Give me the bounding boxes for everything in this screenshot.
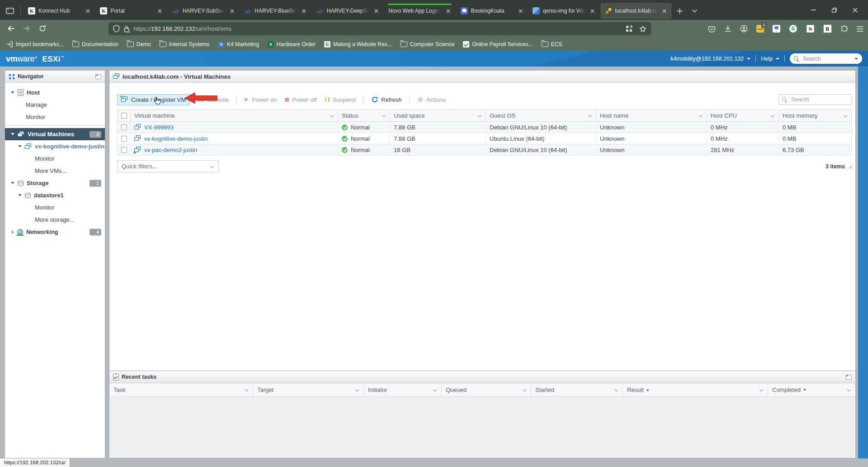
header-search-box[interactable] [790, 53, 862, 64]
tree-item-storage[interactable]: Storage 1 [5, 177, 105, 189]
tab-close-icon[interactable] [228, 7, 236, 15]
column-menu-icon[interactable] [847, 388, 851, 392]
vm-name-link[interactable]: vx-kognitive-demo-justin [144, 135, 208, 142]
tab-close-icon[interactable] [660, 7, 669, 15]
browser-tab-bookingkoala[interactable]: BookingKoala [457, 3, 527, 19]
refresh-button[interactable]: Refresh [372, 96, 402, 103]
expanded-arrow-icon[interactable] [11, 182, 14, 184]
expanded-arrow-icon[interactable] [18, 194, 22, 196]
user-menu[interactable]: k4mobility@192.168.202.132 [670, 56, 750, 62]
column-menu-icon[interactable] [330, 114, 334, 118]
collapsed-arrow-icon[interactable] [12, 230, 14, 234]
collapse-panel-icon[interactable] [846, 375, 852, 380]
vm-name-link[interactable]: vx-pac-demo2-justin [144, 147, 197, 153]
page-right-scroll-strip[interactable] [858, 67, 868, 458]
tab-close-icon[interactable] [156, 7, 164, 15]
vm-row-vx-999993[interactable]: VX-999993 Normal 7.88 GB Debian GNU/Linu… [117, 122, 852, 133]
tab-close-icon[interactable] [516, 7, 524, 15]
column-menu-icon[interactable] [245, 388, 249, 392]
column-menu-icon[interactable] [614, 388, 618, 392]
bookmark-import[interactable]: Import bookmarks... [6, 41, 64, 48]
vm-name-link[interactable]: VX-999993 [144, 124, 174, 131]
column-menu-icon[interactable] [382, 114, 386, 118]
tasks-column-initiator[interactable]: Initiator [364, 383, 442, 396]
expanded-arrow-icon[interactable] [11, 133, 14, 135]
extensions-puzzle-icon[interactable] [840, 25, 848, 33]
close-window-button[interactable] [844, 0, 865, 20]
tasks-column-task[interactable]: Task [109, 383, 253, 396]
column-menu-icon[interactable] [355, 388, 359, 392]
browser-tab-portal[interactable]: K Portal [96, 3, 166, 19]
bookmark-star-icon[interactable] [639, 25, 646, 33]
browser-tab-harvey-bluesea[interactable]: HARVEY-BlueSea-ES12 [240, 3, 311, 19]
bookmark-ecs[interactable]: ECS [542, 41, 562, 48]
tree-item-virtual-machines-selected[interactable]: Virtual Machines 3 [5, 128, 105, 140]
tree-item-vx-kognitive[interactable]: vx-kognitive-demo-justin [5, 140, 105, 152]
reload-button[interactable] [36, 22, 49, 35]
bookmark-k4-marketing[interactable]: SK4 Marketing [218, 41, 259, 48]
restore-button[interactable] [824, 0, 844, 20]
downloads-icon[interactable] [724, 25, 731, 32]
column-host-cpu[interactable]: Host CPU [707, 110, 779, 121]
column-menu-icon[interactable] [771, 114, 775, 118]
reader-extension-icon[interactable]: R [823, 24, 832, 33]
chevron-down-icon[interactable] [854, 58, 858, 60]
tasks-column-started[interactable]: Started [531, 383, 623, 396]
vm-row-vx-kognitive[interactable]: vx-kognitive-demo-justin Normal 7.88 GB … [117, 133, 852, 144]
browser-tab-harvey-subsea[interactable]: HARVEY-SubSea-ES147 [168, 3, 239, 19]
row-checkbox[interactable] [121, 136, 127, 142]
expanded-arrow-icon[interactable] [18, 145, 22, 148]
vm-row-vx-pac-demo2[interactable]: vx-pac-demo2-justin Normal 16 GB Debian … [117, 144, 852, 156]
bookmark-documentation[interactable]: Documentation [72, 41, 118, 48]
minimize-button[interactable] [803, 0, 824, 20]
tab-close-icon[interactable] [84, 7, 92, 15]
column-virtual-machine[interactable]: Virtual machine [131, 110, 338, 121]
tree-item-storage-monitor[interactable]: Monitor [5, 201, 105, 214]
tree-item-more-vms[interactable]: More VMs... [5, 165, 105, 177]
url-bar[interactable]: https://192.168.202.132/ui/#/host/vms [108, 22, 651, 35]
new-tab-button[interactable] [673, 5, 686, 18]
column-menu-icon[interactable] [844, 114, 848, 118]
tasks-column-completed[interactable]: Completed▼ [768, 383, 855, 396]
select-all-checkbox[interactable] [121, 113, 127, 119]
browser-tab-novo-login[interactable]: Novo Web App Login [384, 3, 455, 19]
menu-hamburger-icon[interactable] [857, 26, 863, 32]
bookmark-demo[interactable]: Demo [127, 41, 151, 48]
connection-lock-warning-icon[interactable] [123, 25, 130, 33]
tree-item-host-manage[interactable]: Manage [5, 99, 105, 111]
tab-close-icon[interactable] [589, 7, 597, 15]
tracking-protection-shield-icon[interactable] [113, 25, 120, 33]
tree-item-more-storage[interactable]: More storage... [5, 214, 105, 226]
tab-list-dropdown-button[interactable] [688, 5, 701, 18]
bookmark-online-payroll[interactable]: Online Payroll Services... [463, 41, 533, 48]
column-guest-os[interactable]: Guest OS [486, 110, 596, 121]
tree-item-host[interactable]: Host [5, 86, 105, 99]
tree-item-networking[interactable]: Networking 4 [5, 226, 105, 238]
column-status[interactable]: Status [338, 110, 390, 121]
browser-tab-localhost-k4lab-active[interactable]: localhost.k4lab.com - V [601, 3, 671, 19]
collapse-panel-icon[interactable] [95, 74, 101, 79]
column-menu-icon[interactable] [588, 114, 592, 118]
bookmark-hardware-order[interactable]: XHardware Order [268, 41, 316, 48]
browser-tab-qemu-img[interactable]: qemu-img for Window [528, 3, 599, 19]
column-used-space[interactable]: Used space [390, 110, 486, 121]
column-menu-icon[interactable] [760, 388, 764, 392]
tree-item-datastore1[interactable]: datastore1 [5, 189, 105, 201]
account-icon[interactable] [740, 25, 748, 33]
column-menu-icon[interactable] [699, 114, 703, 118]
column-menu-icon[interactable] [478, 114, 482, 118]
column-host-name[interactable]: Host name [596, 110, 707, 121]
tab-close-icon[interactable] [444, 7, 453, 15]
quick-filters-dropdown[interactable]: Quick filters... [117, 160, 219, 172]
header-search-input[interactable] [802, 55, 852, 62]
resize-grip-icon[interactable] [848, 164, 852, 168]
vm-list-search-input[interactable] [790, 96, 848, 103]
column-host-memory[interactable]: Host memory [779, 110, 851, 121]
browser-tab-konnect-hub[interactable]: K Konnect Hub [24, 3, 94, 19]
notion-extension-icon[interactable]: N [806, 24, 815, 33]
tree-item-host-monitor[interactable]: Monitor [5, 111, 105, 123]
forward-button[interactable] [20, 22, 33, 35]
screenshot-icon[interactable] [626, 25, 632, 32]
help-menu[interactable]: Help [761, 56, 779, 62]
tree-item-vm-monitor[interactable]: Monitor [5, 152, 105, 165]
